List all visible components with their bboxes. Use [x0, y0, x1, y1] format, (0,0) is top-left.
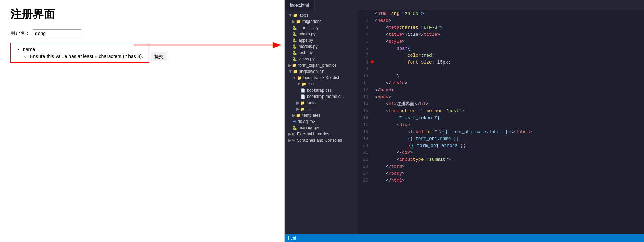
tree-item-migrations[interactable]: ▶ 📁 migrations [285, 18, 358, 25]
code-line-7: color:red; [375, 52, 641, 59]
str: post [448, 108, 459, 115]
line-num-22: 22 [361, 156, 368, 163]
expand-icon: ▶ [296, 107, 300, 111]
code-line-16: {% csrf_token %} [375, 115, 641, 122]
error-box: name Ensure this value has at least 8 ch… [10, 43, 149, 63]
code-line-20: {{ form_obj.errors }} [375, 142, 641, 149]
folder-icon: 📁 [297, 76, 302, 80]
tree-item-fonts[interactable]: ▶ 📁 fonts [285, 100, 358, 106]
tree-item-external[interactable]: ▶ ⊞ External Libraries [285, 131, 358, 137]
tag: title [424, 31, 437, 38]
tag: form [391, 163, 402, 170]
tree-item-bootstrap-css[interactable]: 📄 bootstrap.css [285, 87, 358, 93]
folder-icon: 📁 [293, 13, 298, 18]
tree-item-css[interactable]: ▼ 📁 css [285, 81, 358, 87]
line-num-16: 16 [361, 115, 368, 122]
text: </ [375, 163, 391, 170]
text: > [402, 38, 405, 45]
attr: font-size [408, 59, 432, 66]
text: "> [445, 156, 451, 163]
attr: type [413, 156, 424, 163]
attr: for [424, 128, 432, 135]
tree-item-tests[interactable]: 🐍 tests.py [285, 50, 358, 56]
py-icon: 🐍 [292, 32, 297, 36]
text: > [402, 177, 405, 184]
text [375, 45, 396, 52]
punct: =" [399, 10, 405, 17]
tree-item-sqlite[interactable]: 🗃 db.sqlite3 [285, 118, 358, 125]
folder-icon: 📁 [300, 107, 305, 111]
tree-item-manage[interactable]: 🐍 manage.py [285, 125, 358, 131]
text: < [375, 24, 388, 31]
str: zh-CN [405, 10, 418, 17]
tmpl: {{ form_obj.name.label }} [443, 128, 510, 135]
highlight-code-box: {{ form_obj.errors }} [408, 142, 467, 150]
text: < [375, 128, 410, 135]
text: </ [375, 149, 402, 156]
expand-icon: ▶ [288, 138, 291, 143]
text: > [388, 94, 391, 101]
code-line-13: <body> [375, 94, 641, 101]
tag: style [388, 38, 402, 45]
code-line-23: </form> [375, 163, 641, 170]
tag: html [378, 10, 388, 17]
tag: style [391, 80, 405, 87]
code-line-14: <h1>注册界面</h1> [375, 101, 641, 108]
tree-item-bootstrap-theme[interactable]: 📄 bootstrap-theme.c... [285, 93, 358, 100]
code-line-9 [375, 66, 641, 73]
line-num-6: 6 [361, 45, 368, 52]
tree-item-templates[interactable]: ▶ 📁 templates [285, 112, 358, 118]
tab-active[interactable]: index.html [285, 0, 315, 10]
tree-label: bootstrap-theme.c... [307, 94, 344, 99]
punct: =" [418, 24, 424, 31]
tree-item-views[interactable]: 🐍 views.py [285, 56, 358, 62]
file-tree: ▼ 📁 apps ▶ 📁 migrations 🐍 __init__.py 🐍 … [285, 10, 358, 234]
tree-item-admin[interactable]: 🐍 admin.py [285, 31, 358, 37]
text: < [375, 122, 399, 128]
py-icon: 🐍 [292, 51, 297, 55]
text: ="" [416, 108, 426, 115]
tree-label: __init__.py [299, 25, 319, 30]
tree-item-jingtai[interactable]: ▼ 📁 jingtaiwenjian [285, 68, 358, 75]
form-row-username: 用户名： [10, 29, 274, 37]
code-lines: <html lang="zh-CN"> <head> <meta charset… [371, 10, 644, 234]
text: > [405, 80, 408, 87]
folder-icon: 📁 [292, 63, 297, 68]
text: < [375, 170, 388, 177]
scratch-icon: ✏ [292, 138, 295, 143]
tree-item-apps[interactable]: ▼ 📁 apps [285, 12, 358, 18]
code-line-21: </div> [375, 149, 641, 156]
tree-item-scratches[interactable]: ▶ ✏ Scratches and Consoles [285, 137, 358, 143]
tree-item-bootstrap-dist[interactable]: ▼ 📁 bootstrap-3.3.7-dist [285, 75, 358, 81]
line-num-4: 4 [361, 31, 368, 38]
tree-item-form-zujian[interactable]: ▶ 📁 form_zujian_practice [285, 62, 358, 68]
tag: body [378, 94, 388, 101]
text: >Title</ [402, 31, 424, 38]
username-input[interactable] [33, 29, 81, 37]
expand-icon: ▶ [288, 132, 291, 136]
tree-label: models.py [299, 44, 318, 49]
text: < [375, 38, 388, 45]
tree-label: admin.py [299, 32, 316, 36]
tree-item-init[interactable]: 🐍 __init__.py [285, 25, 358, 31]
tag: title [388, 31, 402, 38]
text: < [375, 156, 399, 163]
attr: method [426, 108, 443, 115]
code-line-10: } [375, 73, 641, 80]
tree-item-apps-py[interactable]: 🐍 apps.py [285, 37, 358, 43]
submit-button[interactable]: 提交 [151, 52, 167, 61]
text: </ [510, 128, 516, 135]
tag: label [516, 128, 529, 135]
str: red [424, 52, 432, 59]
code-line-12: </head> [375, 87, 641, 94]
expand-icon: ▼ [288, 69, 292, 74]
tag: div [402, 149, 410, 156]
line-num-20: 20 [361, 142, 368, 149]
error-list: name Ensure this value has at least 8 ch… [16, 47, 144, 59]
py-icon: 🐍 [292, 44, 297, 49]
tree-item-js[interactable]: ▶ 📁 js [285, 106, 358, 112]
tree-label: jingtaiwenjian [299, 69, 324, 74]
page-title: 注册界面 [10, 7, 274, 22]
tag: div [399, 122, 407, 128]
tree-item-models[interactable]: 🐍 models.py [285, 43, 358, 50]
